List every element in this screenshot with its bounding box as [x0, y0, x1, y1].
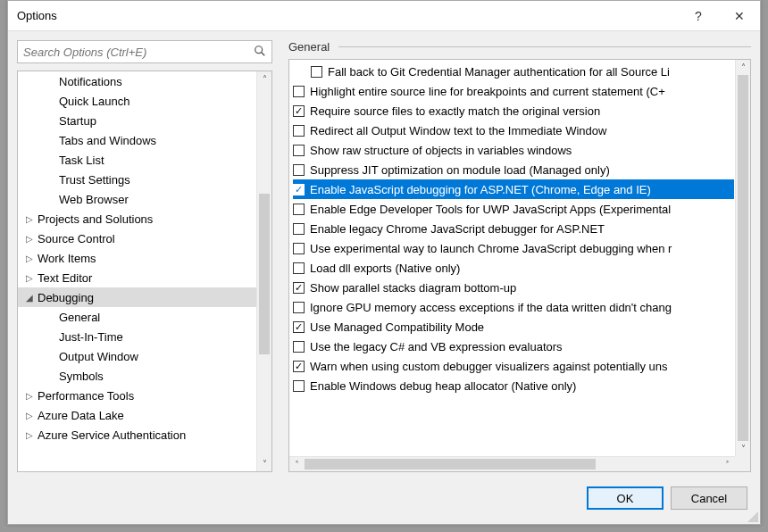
scroll-track[interactable] — [736, 75, 750, 441]
option-row[interactable]: ✓Use Managed Compatibility Mode — [293, 317, 734, 337]
tree-item-label: Web Browser — [57, 193, 129, 206]
option-row[interactable]: Redirect all Output Window text to the I… — [293, 121, 734, 140]
resize-grip-icon[interactable] — [746, 510, 758, 522]
collapsed-icon[interactable]: ▷ — [23, 273, 36, 283]
checkbox[interactable]: ✓ — [293, 321, 305, 333]
scroll-right-icon[interactable]: ˃ — [720, 457, 735, 471]
checkbox[interactable]: ✓ — [293, 282, 305, 294]
scroll-down-icon[interactable]: ˅ — [736, 441, 750, 456]
scroll-thumb[interactable] — [305, 459, 596, 470]
tree-item[interactable]: Just-In-Time — [18, 327, 271, 346]
checkbox[interactable] — [293, 302, 305, 313]
scroll-up-icon[interactable]: ˄ — [257, 71, 271, 87]
tree-item-label: Text Editor — [36, 271, 92, 285]
tree-item[interactable]: Trust Settings — [18, 170, 271, 189]
options-panel: Fall back to Git Credential Manager auth… — [288, 59, 751, 472]
tree-item[interactable]: Quick Launch — [18, 91, 271, 111]
search-input[interactable] — [18, 46, 248, 59]
tree-item-label: Task List — [57, 154, 104, 167]
tree-item[interactable]: Startup — [18, 111, 271, 130]
help-button[interactable]: ? — [678, 1, 719, 31]
scroll-track[interactable] — [257, 87, 271, 456]
checkbox[interactable] — [293, 125, 305, 137]
search-icon[interactable] — [248, 45, 271, 60]
checkbox[interactable] — [311, 66, 322, 78]
option-row[interactable]: Load dll exports (Native only) — [293, 258, 734, 278]
scroll-left-icon[interactable]: ˂ — [289, 457, 305, 471]
option-row[interactable]: Fall back to Git Credential Manager auth… — [293, 62, 734, 81]
tree-item[interactable]: ▷Text Editor — [18, 268, 271, 287]
option-label: Redirect all Output Window text to the I… — [310, 124, 606, 137]
cancel-button[interactable]: Cancel — [671, 486, 747, 510]
option-row[interactable]: Highlight entire source line for breakpo… — [293, 81, 734, 101]
checkbox[interactable] — [293, 86, 305, 97]
option-row[interactable]: Suppress JIT optimization on module load… — [293, 160, 734, 179]
option-row[interactable]: ✓Show parallel stacks diagram bottom-up — [293, 278, 734, 297]
search-box[interactable] — [17, 40, 272, 63]
titlebar: Options ? ✕ — [8, 1, 760, 31]
option-row[interactable]: ✓Enable JavaScript debugging for ASP.NET… — [293, 179, 734, 199]
tree-item[interactable]: Notifications — [18, 71, 271, 91]
options-hscrollbar[interactable]: ˂ ˃ — [289, 456, 735, 471]
option-row[interactable]: ✓Require source files to exactly match t… — [293, 101, 734, 121]
collapsed-icon[interactable]: ▷ — [23, 430, 36, 440]
scroll-thumb[interactable] — [738, 75, 748, 441]
scroll-thumb[interactable] — [259, 194, 270, 354]
option-label: Warn when using custom debugger visualiz… — [310, 360, 668, 373]
ok-label: OK — [617, 492, 634, 505]
checkbox[interactable] — [293, 223, 305, 235]
checkbox[interactable] — [293, 145, 305, 156]
collapsed-icon[interactable]: ▷ — [23, 254, 36, 263]
svg-point-0 — [255, 46, 263, 53]
option-row[interactable]: Enable Windows debug heap allocator (Nat… — [293, 376, 734, 395]
close-button[interactable]: ✕ — [719, 1, 760, 31]
expanded-icon[interactable]: ◢ — [23, 293, 36, 303]
tree-item[interactable]: ▷Projects and Solutions — [18, 209, 271, 229]
tree-item[interactable]: Task List — [18, 150, 271, 170]
option-label: Ignore GPU memory access exceptions if t… — [310, 301, 672, 314]
options-dialog: Options ? ✕ NotificationsQuick LaunchSta… — [7, 0, 761, 525]
tree-item[interactable]: Tabs and Windows — [18, 130, 271, 150]
tree-item[interactable]: ▷Work Items — [18, 248, 271, 268]
scroll-track[interactable] — [305, 457, 720, 471]
option-row[interactable]: Enable legacy Chrome JavaScript debugger… — [293, 219, 734, 238]
option-row[interactable]: Ignore GPU memory access exceptions if t… — [293, 297, 734, 317]
option-label: Suppress JIT optimization on module load… — [310, 163, 610, 177]
checkbox[interactable]: ✓ — [293, 361, 305, 372]
option-row[interactable]: Show raw structure of objects in variabl… — [293, 140, 734, 160]
options-vscrollbar[interactable]: ˄ ˅ — [735, 60, 750, 456]
tree-item[interactable]: ▷Azure Service Authentication — [18, 425, 271, 445]
tree-item[interactable]: ▷Source Control — [18, 229, 271, 248]
option-row[interactable]: ✓Warn when using custom debugger visuali… — [293, 356, 734, 376]
collapsed-icon[interactable]: ▷ — [23, 214, 36, 224]
tree-item-label: Debugging — [36, 291, 94, 304]
checkbox[interactable]: ✓ — [293, 184, 305, 195]
option-row[interactable]: Use experimental way to launch Chrome Ja… — [293, 238, 734, 258]
scroll-down-icon[interactable]: ˅ — [257, 456, 271, 471]
checkbox[interactable] — [293, 262, 305, 274]
tree-item[interactable]: General — [18, 307, 271, 327]
checkbox[interactable] — [293, 380, 305, 392]
collapsed-icon[interactable]: ▷ — [23, 234, 36, 244]
tree-item[interactable]: ▷Azure Data Lake — [18, 405, 271, 425]
ok-button[interactable]: OK — [587, 486, 664, 510]
option-label: Use experimental way to launch Chrome Ja… — [310, 242, 672, 255]
option-row[interactable]: Use the legacy C# and VB expression eval… — [293, 337, 734, 356]
checkbox[interactable]: ✓ — [293, 105, 305, 117]
option-label: Enable Edge Developer Tools for UWP Java… — [310, 203, 671, 216]
checkbox[interactable] — [293, 204, 305, 215]
window-title: Options — [17, 9, 678, 22]
scroll-up-icon[interactable]: ˄ — [736, 60, 750, 75]
tree-item[interactable]: ◢Debugging — [18, 287, 271, 307]
tree-item[interactable]: Web Browser — [18, 189, 271, 209]
tree-item[interactable]: ▷Performance Tools — [18, 386, 271, 405]
option-row[interactable]: Enable Edge Developer Tools for UWP Java… — [293, 199, 734, 219]
collapsed-icon[interactable]: ▷ — [23, 411, 36, 420]
tree-item[interactable]: Output Window — [18, 346, 271, 366]
checkbox[interactable] — [293, 164, 305, 176]
tree-scrollbar[interactable]: ˄ ˅ — [256, 71, 271, 471]
collapsed-icon[interactable]: ▷ — [23, 391, 36, 401]
checkbox[interactable] — [293, 341, 305, 353]
tree-item[interactable]: Symbols — [18, 366, 271, 386]
checkbox[interactable] — [293, 243, 305, 254]
